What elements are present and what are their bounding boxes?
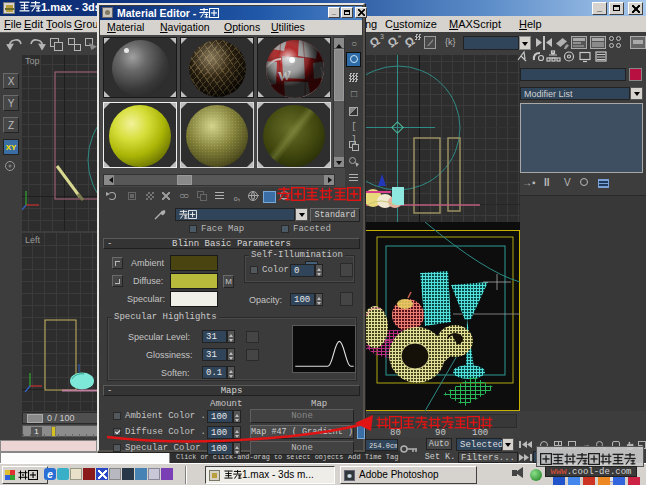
svg-text:Top: Top (25, 56, 40, 66)
svg-text:Left: Left (25, 235, 41, 245)
